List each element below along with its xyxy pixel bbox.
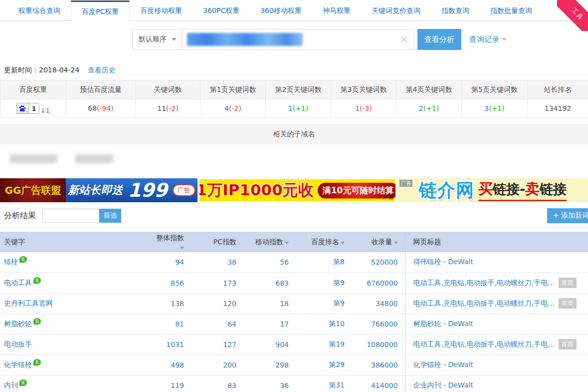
table-row: 电动扳手 1031 127 904 第19 1080000 电动工具,充电钻,电… xyxy=(0,334,588,355)
baidu-rank-value: 第19 xyxy=(296,334,352,355)
page-title-link[interactable]: 电动工具,充电钻,电动扳手,电动螺丝刀,手电... xyxy=(413,279,555,287)
sort-order-label: 默认顺序 xyxy=(139,35,167,44)
keyword-link[interactable]: 树脂砂轮 xyxy=(4,320,32,328)
pc-index-value: 83 xyxy=(191,375,243,392)
corner-ribbon[interactable]: 工具 xyxy=(557,0,588,31)
ad-banner-strip: GG广告联盟 新站长即送 199 广告 1万IP1000元收 满10元可随时结算… xyxy=(0,178,588,202)
ad-banner-lianjie[interactable]: 广告 链介网 买链接-卖链接 xyxy=(397,178,588,202)
pc-index-value: 38 xyxy=(191,252,243,273)
overall-index-value: 94 xyxy=(151,252,191,273)
page-title-link[interactable]: 电动工具,充电钻,电动扳手,电动螺丝刀,手电... xyxy=(413,340,555,348)
ad-banner-gg-alliance[interactable]: GG广告联盟 新站长即送 199 广告 xyxy=(0,178,197,202)
page3-keywords-cell: 1(-3) xyxy=(331,99,396,118)
stat-value: 134192 xyxy=(545,104,571,112)
col-header-overall-index[interactable]: 整体指数 xyxy=(151,232,191,252)
tools-ribbon-label: 工具 xyxy=(557,0,588,31)
domain-search-input[interactable]: × xyxy=(182,29,414,50)
keyword-link[interactable]: 内刊 xyxy=(4,381,18,389)
overall-index-value: 498 xyxy=(151,355,191,375)
bid-badge-icon: 竞 xyxy=(19,256,27,263)
tab-baidu-pc-weight[interactable]: 百度PC权重 xyxy=(71,0,130,21)
mobile-index-value: 298 xyxy=(243,355,296,375)
stat-value: 1 xyxy=(288,104,293,112)
stat-delta: (-94) xyxy=(97,104,114,112)
tab-360-mobile-weight[interactable]: 360移动权重 xyxy=(250,0,312,20)
add-new-keyword-button[interactable]: + 添加新词 xyxy=(547,208,588,223)
bid-badge-icon: 竞 xyxy=(33,277,41,284)
view-history-link[interactable]: 查看历史 xyxy=(88,66,116,74)
indexed-count-value: 386000 xyxy=(352,355,405,375)
ad1-promo-text: 新站长即送 xyxy=(68,183,123,198)
ad-banner-ip-buy[interactable]: 1万IP1000元收 满10元可随时结算 广告 xyxy=(198,178,396,202)
tab-shenma-weight[interactable]: 神马权重 xyxy=(312,0,361,20)
tab-index-query[interactable]: 指数查询 xyxy=(431,0,480,20)
keyword-link[interactable]: 电动扳手 xyxy=(4,340,32,348)
overall-index-value: 856 xyxy=(151,273,191,293)
overall-index-value: 81 xyxy=(151,314,191,334)
page-title-link[interactable]: 化学锚栓 - DeWalt xyxy=(413,361,473,369)
sort-caret-icon xyxy=(285,242,289,244)
filter-button[interactable]: 筛选 xyxy=(99,209,121,223)
keyword-link[interactable]: 锚栓 xyxy=(4,258,18,266)
keyword-link[interactable]: 史丹利工具官网 xyxy=(4,299,53,307)
table-row: 锚栓竞 94 38 56 第8 520000 得伟锚栓 - DeWalt xyxy=(0,252,588,273)
stats-header: 关键词数 xyxy=(136,80,200,99)
table-row: 电动工具竞 856 173 683 第9 6760000 电动工具,充电钻,电动… xyxy=(0,273,588,293)
page1-keywords-cell: 4(-2) xyxy=(200,99,266,118)
subdomain-section: 相关的子域名 xyxy=(0,124,588,173)
tab-index-batch-query[interactable]: 指数批量查询 xyxy=(480,0,543,20)
ad1-ad-tag: 广告 xyxy=(173,184,196,196)
col-header-indexed-count[interactable]: 收录量 xyxy=(352,232,405,252)
chevron-down-icon xyxy=(502,38,507,41)
analysis-filter-bar: 分析结果 筛选 + 添加新词 xyxy=(4,208,588,223)
bid-badge-icon: 竞 xyxy=(33,318,41,325)
sort-caret-icon xyxy=(394,242,398,244)
pc-index-value: 173 xyxy=(191,273,243,293)
top-tab-bar: 权重综合查询 百度PC权重 百度移动权重 360PC权重 360移动权重 神马权… xyxy=(0,0,588,21)
overall-index-value: 138 xyxy=(151,293,191,314)
stat-delta: (-2) xyxy=(166,104,179,112)
bid-badge-icon: 竞 xyxy=(19,380,27,386)
col-header-keyword: 关键字 xyxy=(0,232,151,252)
ad3-sell-text: 卖 xyxy=(525,180,540,197)
stats-header-row: 百度权重 预估百度流量 关键词数 第1页关键词数 第2页关键词数 第3页关键词数… xyxy=(0,80,588,99)
table-row: 史丹利工具官网 138 120 18 第9 34800 电动工具,充电钻,电动扳… xyxy=(0,293,588,314)
redacted-subdomain-link[interactable] xyxy=(75,154,113,163)
ad3-ad-tag: 广告 xyxy=(399,180,412,187)
homepage-badge: 首页 xyxy=(559,278,577,288)
page-title-link[interactable]: 得伟锚栓 - DeWalt xyxy=(413,258,473,266)
baidu-paw-icon xyxy=(17,103,29,113)
tab-weight-combined[interactable]: 权重综合查询 xyxy=(8,0,71,20)
page-title-link[interactable]: 企业内刊 - DeWalt xyxy=(413,381,473,389)
keyword-link[interactable]: 电动工具 xyxy=(4,279,32,287)
page-title-link[interactable]: 电动工具,充电钻,电动扳手,电动螺丝刀,手电... xyxy=(413,299,555,307)
sort-order-dropdown[interactable]: 默认顺序 xyxy=(132,29,182,50)
baidu-rank-value: 第8 xyxy=(296,252,352,273)
analyze-button[interactable]: 查看分析 xyxy=(417,29,461,50)
tab-keyword-bid-query[interactable]: 关键词竞价查询 xyxy=(361,0,431,20)
webmaster-rank-cell: 134192 xyxy=(528,99,588,118)
redacted-subdomain-link[interactable] xyxy=(10,154,57,163)
clear-input-icon[interactable]: × xyxy=(400,34,409,45)
stat-delta: (+1) xyxy=(423,104,439,112)
ad1-amount-text: 199 xyxy=(128,181,167,200)
baidu-weight-cell: 1 ↓1 xyxy=(0,99,66,118)
tab-baidu-mobile-weight[interactable]: 百度移动权重 xyxy=(130,0,193,20)
baidu-weight-value: 1 xyxy=(29,103,39,113)
ad3-link2-text: 链接 xyxy=(540,181,567,197)
keyword-link[interactable]: 化学锚栓 xyxy=(4,361,32,369)
col-header-mobile-index[interactable]: 移动指数 xyxy=(243,232,296,252)
ad3-buy-text: 买 xyxy=(478,180,493,197)
homepage-badge: 首页 xyxy=(559,339,577,350)
filter-keyword-input[interactable] xyxy=(42,209,99,223)
ad2-promo-text: 1万IP1000元收 xyxy=(198,180,314,201)
stat-delta: (+1) xyxy=(293,104,309,112)
baidu-rank-value: 第29 xyxy=(296,355,352,375)
tab-360-pc-weight[interactable]: 360PC权重 xyxy=(193,0,250,20)
keyword-analysis-table: 关键字 整体指数 PC指数 移动指数 百度排名 收录量 网页标题 锚栓竞 94 … xyxy=(0,232,588,392)
page-title-link[interactable]: 树脂砂轮 - DeWalt xyxy=(413,320,473,328)
col-header-baidu-rank[interactable]: 百度排名 xyxy=(296,232,352,252)
chevron-down-icon xyxy=(172,38,177,41)
query-history-link[interactable]: 查询记录 xyxy=(469,35,507,44)
stat-value: 68 xyxy=(88,104,97,112)
